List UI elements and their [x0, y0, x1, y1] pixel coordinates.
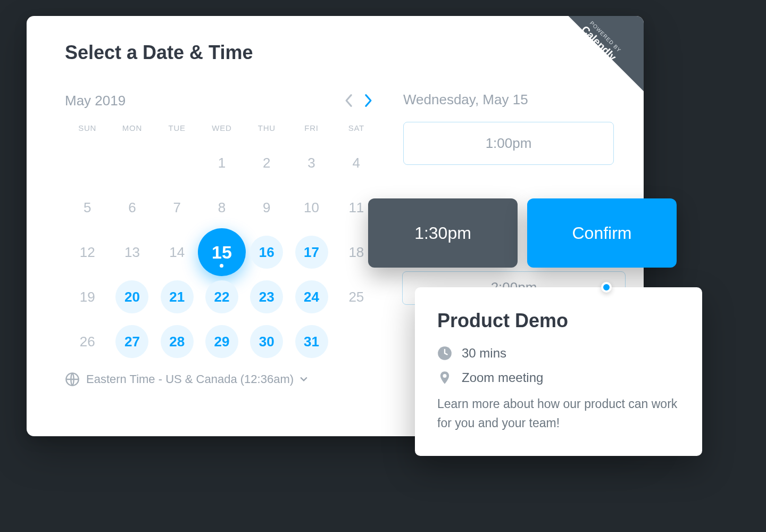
calendar-day: 7 [155, 189, 199, 226]
selected-time-pill: 1:30pm [368, 198, 518, 268]
weekday-header: SUN MON TUE WED THU FRI SAT [65, 123, 379, 132]
calendar-day: 6 [110, 189, 154, 226]
next-month-button[interactable] [359, 90, 379, 111]
caret-down-icon [300, 377, 307, 382]
calendar-day: 26 [65, 323, 110, 360]
timezone-label: Eastern Time - US & Canada (12:36am) [86, 372, 294, 386]
calendar-day: 9 [244, 189, 289, 226]
event-detail-card: Product Demo 30 mins Zoom meeting Learn … [415, 287, 702, 456]
location-pin-icon [437, 370, 452, 385]
selected-slot-overlay: 1:30pm Confirm [368, 198, 677, 268]
calendar-day: 14 [155, 234, 199, 271]
calendar-day[interactable]: 24 [289, 278, 334, 315]
calendar-day[interactable]: 15 [199, 234, 244, 271]
calendar-day[interactable]: 30 [244, 323, 289, 360]
calendar-day[interactable]: 29 [199, 323, 244, 360]
calendar-day: 19 [65, 278, 110, 315]
event-title: Product Demo [437, 310, 680, 332]
globe-icon [65, 372, 80, 387]
timezone-selector[interactable]: Eastern Time - US & Canada (12:36am) [65, 372, 379, 387]
calendar-day: 10 [289, 189, 334, 226]
chevron-left-icon [344, 94, 353, 107]
page-title: Select a Date & Time [65, 41, 614, 64]
calendar-day: 25 [334, 278, 379, 315]
calendar-day: 12 [65, 234, 110, 271]
event-location: Zoom meeting [462, 370, 543, 385]
calendar-day: 3 [289, 144, 334, 181]
time-slot[interactable]: 1:00pm [403, 122, 614, 165]
powered-by-ribbon: POWERED BY Calendly [537, 16, 644, 122]
event-location-row: Zoom meeting [437, 370, 680, 385]
chevron-right-icon [364, 94, 373, 107]
event-duration-row: 30 mins [437, 346, 680, 361]
calendar-day: 1 [199, 144, 244, 181]
calendar-day[interactable]: 21 [155, 278, 199, 315]
calendar-day[interactable]: 28 [155, 323, 199, 360]
confirm-button[interactable]: Confirm [527, 198, 677, 268]
event-description: Learn more about how our product can wor… [437, 395, 680, 433]
calendar-day: 2 [244, 144, 289, 181]
calendar-day [110, 144, 154, 181]
month-label: May 2019 [65, 93, 338, 109]
event-duration: 30 mins [462, 346, 506, 361]
calendar: May 2019 SUN MON TUE WED THU FRI SAT [65, 90, 379, 387]
anchor-dot-icon [601, 282, 612, 293]
clock-icon [437, 346, 452, 361]
calendar-day [334, 323, 379, 360]
calendar-day: 13 [110, 234, 154, 271]
calendar-day: 5 [65, 189, 110, 226]
calendar-day: 8 [199, 189, 244, 226]
calendar-day[interactable]: 22 [199, 278, 244, 315]
calendar-day [65, 144, 110, 181]
calendar-day: 4 [334, 144, 379, 181]
calendar-day[interactable]: 20 [110, 278, 154, 315]
calendar-day[interactable]: 16 [244, 234, 289, 271]
calendar-day [155, 144, 199, 181]
svg-point-2 [443, 374, 447, 378]
prev-month-button[interactable] [338, 90, 359, 111]
date-grid: 1234567891011121314151617181920212223242… [65, 144, 379, 360]
calendar-day[interactable]: 17 [289, 234, 334, 271]
calendar-day[interactable]: 23 [244, 278, 289, 315]
calendar-day[interactable]: 27 [110, 323, 154, 360]
calendar-day[interactable]: 31 [289, 323, 334, 360]
